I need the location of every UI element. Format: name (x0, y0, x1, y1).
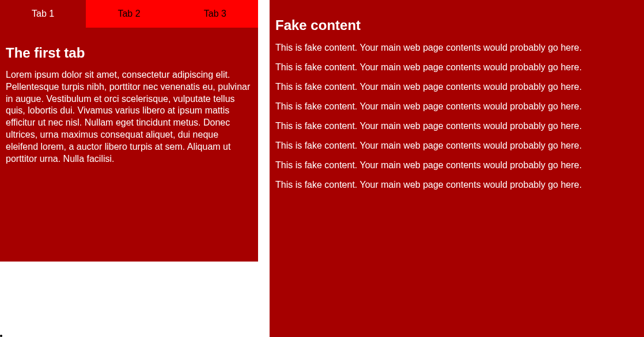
main-paragraph: This is fake content. Your main web page… (275, 43, 638, 53)
tab-label: Tab 1 (32, 9, 54, 19)
main-content-panel: Fake content This is fake content. Your … (270, 0, 644, 337)
tab-content-heading: The first tab (6, 45, 252, 61)
tab-2[interactable]: Tab 2 (86, 0, 172, 28)
tab-label: Tab 3 (204, 9, 226, 19)
main-paragraph: This is fake content. Your main web page… (275, 141, 638, 151)
main-heading: Fake content (275, 17, 638, 33)
tab-panel-1: The first tab Lorem ipsum dolor sit amet… (0, 28, 258, 262)
main-paragraph: This is fake content. Your main web page… (275, 62, 638, 73)
tab-list: Tab 1 Tab 2 Tab 3 (0, 0, 258, 28)
left-panel: Tab 1 Tab 2 Tab 3 The first tab Lorem ip… (0, 0, 258, 337)
main-paragraph: This is fake content. Your main web page… (275, 82, 638, 92)
tab-label: Tab 2 (118, 9, 140, 19)
tab-3[interactable]: Tab 3 (172, 0, 258, 28)
main-paragraph: This is fake content. Your main web page… (275, 180, 638, 190)
main-paragraph: This is fake content. Your main web page… (275, 121, 638, 131)
decorative-dot (0, 335, 2, 337)
tab-1[interactable]: Tab 1 (0, 0, 86, 28)
main-paragraph: This is fake content. Your main web page… (275, 160, 638, 171)
main-paragraph: This is fake content. Your main web page… (275, 101, 638, 112)
tab-content-body: Lorem ipsum dolor sit amet, consectetur … (6, 69, 252, 165)
